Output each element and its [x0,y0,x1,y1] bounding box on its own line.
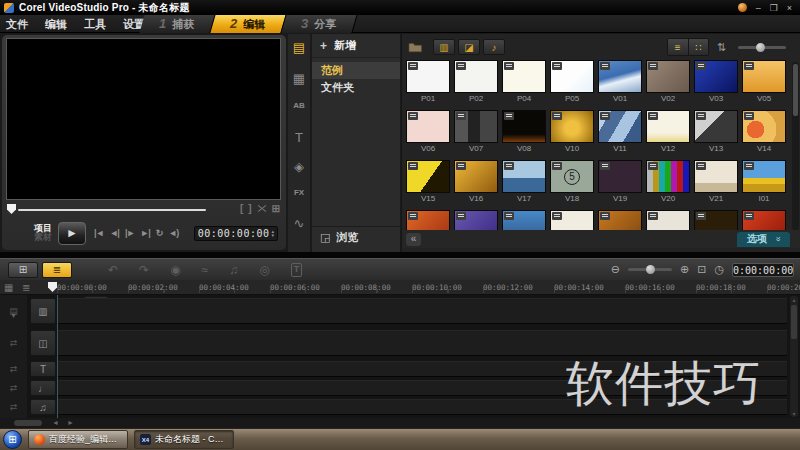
auto-music-icon[interactable]: ♫ [229,263,238,277]
library-clip-thumbnail[interactable] [598,110,642,143]
scrubber-track[interactable] [18,209,206,211]
zoom-out-icon[interactable]: ⊖ [611,263,620,276]
tab-share[interactable]: 3分享 [281,15,357,33]
timeline-timecode[interactable]: 0:00:00:00 [732,263,794,277]
title-icon[interactable]: T [288,130,310,145]
library-clip-thumbnail[interactable] [502,60,546,93]
library-clip-thumbnail[interactable] [502,160,546,193]
close-button[interactable]: × [787,3,792,13]
options-expander[interactable]: 选项 « [737,232,790,247]
zoom-in-icon[interactable]: ⊕ [680,263,689,276]
library-clip-thumbnail[interactable] [694,110,738,143]
folder-folders[interactable]: 文件夹 [312,79,400,96]
scroll-up-icon[interactable]: ▴ [790,296,798,303]
preview-timecode[interactable]: 00:00:00:00 ▴▾ [194,226,278,241]
library-clip-thumbnail[interactable] [694,60,738,93]
menu-edit[interactable]: 编辑 [45,17,67,32]
scrubber-marker[interactable] [7,204,16,214]
timeline-zoom-thumb[interactable] [646,265,655,274]
track-list-icon[interactable]: ≣ [22,282,30,293]
zoom-slider-thumb[interactable] [756,43,765,52]
scroll-left-icon[interactable]: ◄ [52,419,59,426]
start-button[interactable]: ⊞ [3,430,22,449]
library-clip-thumbnail[interactable] [646,210,690,232]
filter-photo-icon[interactable]: ◪ [458,39,480,55]
library-clip-thumbnail[interactable] [598,210,642,232]
mark-in-handle[interactable]: [ [240,203,243,214]
grid-view-icon[interactable]: ∷ [688,39,708,55]
undo-icon[interactable]: ↶ [108,263,118,277]
library-scrollbar-thumb[interactable] [793,64,798,116]
library-clip-thumbnail[interactable] [598,160,642,193]
taskbar-item-videostudio[interactable]: X4未命名标题 - Cor... [134,430,234,449]
preview-mode-toggle[interactable]: 项目 素材 [34,224,52,242]
library-clip-thumbnail[interactable] [646,160,690,193]
tracks-scrollbar[interactable]: ▴ ▾ [790,296,798,417]
hscrollbar-thumb[interactable] [14,420,42,426]
voice-track-ripple-icon[interactable]: ⇄ [0,383,27,393]
overlay-track-ripple-icon[interactable]: ⇄ [0,338,27,348]
subtitle-editor-icon[interactable]: T [291,263,303,277]
library-clip-thumbnail[interactable] [550,110,594,143]
library-clip-thumbnail[interactable] [454,160,498,193]
transition-icon[interactable]: AB [288,101,310,110]
mode-clip-label[interactable]: 素材 [34,233,52,242]
play-button[interactable]: ► [58,222,86,245]
video-track-lane[interactable] [58,298,787,324]
library-clip-thumbnail[interactable] [550,210,594,232]
library-clip-thumbnail[interactable] [694,210,738,232]
title-track-ripple-icon[interactable]: ⇄ [0,364,27,374]
go-start-button[interactable]: |◄ [94,228,103,238]
add-gallery-header[interactable]: + 新增 [312,34,400,58]
library-clip-thumbnail[interactable] [598,60,642,93]
menu-file[interactable]: 文件 [6,17,28,32]
next-frame-button[interactable]: |► [125,228,134,238]
record-capture-icon[interactable]: ◉ [170,263,180,277]
title-track-button[interactable]: T [30,361,56,377]
prev-frame-button[interactable]: ◄| [109,228,118,238]
path-icon[interactable]: ∿ [288,216,310,231]
split-scissors-icon[interactable] [257,204,267,214]
corel-badge-icon[interactable] [738,3,747,12]
import-folder-icon[interactable] [408,41,423,53]
filter-audio-icon[interactable]: ♪ [483,39,505,55]
video-track-button[interactable]: ▥ [30,298,56,324]
instant-project-icon[interactable]: ▦ [288,71,310,86]
collapse-library-button[interactable]: « [406,233,421,246]
library-clip-thumbnail[interactable] [454,210,498,232]
timeline-view-button[interactable]: ≣ [42,262,72,278]
library-clip-thumbnail[interactable] [646,110,690,143]
mix-clips-icon[interactable]: ◎ [259,263,269,277]
tracks-scrollbar-thumb[interactable] [791,305,797,339]
library-scrollbar[interactable] [792,62,799,230]
taskbar-item-baidu[interactable]: 百度经验_编辑器 ... [28,430,128,449]
timeline-hscrollbar[interactable]: ◄ ► [0,418,800,428]
video-preview-screen[interactable] [6,38,281,200]
go-end-button[interactable]: ►| [140,228,149,238]
browse-button[interactable]: ◲ 浏览 [312,226,400,248]
enlarge-preview-icon[interactable]: ⊞ [272,203,280,214]
library-clip-thumbnail[interactable] [694,160,738,193]
scroll-right-icon[interactable]: ► [67,419,74,426]
scroll-down-icon[interactable]: ▾ [790,410,798,417]
folder-samples[interactable]: 范例 [312,62,400,79]
overlay-track-button[interactable]: ◫ [30,330,56,356]
library-clip-thumbnail[interactable] [742,160,786,193]
redo-icon[interactable]: ↷ [139,263,149,277]
library-clip-thumbnail[interactable] [406,60,450,93]
library-clip-thumbnail[interactable] [406,110,450,143]
project-duration-icon[interactable]: ◷ [714,263,724,276]
thumbnail-zoom-slider[interactable] [738,46,786,49]
mark-out-handle[interactable]: ] [248,203,251,214]
library-clip-thumbnail[interactable] [646,60,690,93]
show-all-visible-icon[interactable]: ▦ [4,282,13,293]
library-clip-thumbnail[interactable] [742,110,786,143]
library-clip-thumbnail[interactable] [502,110,546,143]
minimize-button[interactable]: – [756,3,761,13]
library-clip-thumbnail[interactable] [742,210,786,232]
list-view-icon[interactable]: ≡ [668,39,688,55]
library-clip-thumbnail[interactable] [550,60,594,93]
library-clip-thumbnail[interactable]: 5 [550,160,594,193]
gutter-caret-icon[interactable]: ▾ [0,311,27,320]
timeline-ruler[interactable]: ▦≣ 00:00:00:0000:00:02:0000:00:04:0000:0… [0,280,800,295]
